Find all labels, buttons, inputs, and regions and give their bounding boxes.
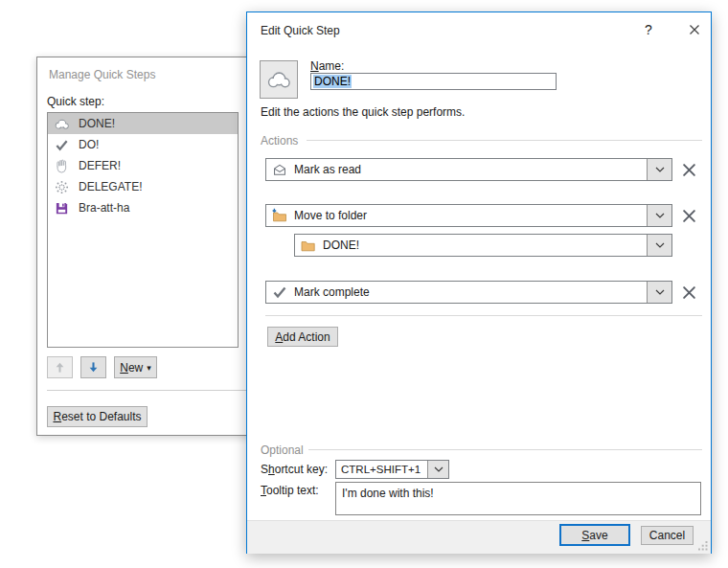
optional-section-label: Optional — [261, 443, 304, 457]
actions-section-label: Actions — [261, 134, 298, 148]
move-up-button[interactable] — [47, 356, 73, 378]
tooltip-text-value: I'm done with this! — [342, 487, 434, 500]
down-arrow-icon — [87, 361, 100, 374]
cloud-icon — [54, 116, 70, 132]
shortcut-key-value[interactable]: CTRL+SHIFT+1 — [336, 461, 427, 478]
action-label: Mark as read — [294, 163, 361, 176]
close-icon — [689, 24, 700, 35]
list-item-defer[interactable]: DEFER! — [48, 155, 238, 176]
list-item-label: Bra-att-ha — [79, 201, 129, 215]
action-label: Mark complete — [294, 285, 370, 299]
move-to-folder-icon — [271, 208, 287, 224]
delete-x-icon — [682, 209, 696, 223]
chevron-down-icon[interactable] — [647, 205, 671, 226]
quick-step-label: Quick step: — [47, 95, 104, 108]
divider — [265, 315, 702, 316]
chevron-down-icon[interactable] — [647, 235, 671, 256]
quick-steps-listbox[interactable]: DONE! DO! — [47, 112, 239, 348]
delete-x-icon — [682, 285, 696, 300]
move-down-button[interactable] — [80, 356, 106, 378]
section-line — [307, 140, 702, 141]
folder-select[interactable]: DONE! — [294, 234, 672, 257]
divider — [47, 390, 250, 391]
action-select[interactable]: Mark as read — [265, 158, 672, 181]
folder-label: DONE! — [323, 239, 359, 252]
cancel-button[interactable]: Cancel — [641, 526, 694, 545]
check-icon — [271, 284, 287, 301]
screen: Manage Quick Steps Quick step: DONE! — [0, 0, 728, 568]
chevron-down-icon[interactable] — [647, 282, 671, 303]
dialog-title: Manage Quick Steps — [49, 68, 155, 81]
quick-step-icon-button — [260, 60, 298, 99]
hand-icon — [54, 158, 70, 174]
action-label: Move to folder — [294, 209, 367, 222]
name-input[interactable]: DONE! — [310, 73, 557, 90]
action-row: Move to folder — [265, 204, 702, 227]
name-label: Name: — [310, 59, 344, 73]
list-item-label: DO! — [79, 138, 99, 151]
burst-icon — [54, 179, 70, 195]
up-arrow-icon — [54, 361, 66, 374]
reset-to-defaults-button[interactable]: Reset to Defaults — [47, 406, 148, 427]
dialog-title: Edit Quick Step — [261, 24, 340, 37]
action-select[interactable]: Mark complete — [265, 281, 672, 304]
shortcut-key-label: Shortcut key: — [261, 463, 328, 476]
list-item-label: DONE! — [79, 117, 115, 130]
resize-grip-icon — [698, 541, 708, 551]
folder-icon — [300, 238, 316, 254]
close-button[interactable] — [684, 20, 705, 39]
tooltip-text-input[interactable]: I'm done with this! — [335, 482, 701, 515]
list-item-do[interactable]: DO! — [48, 134, 238, 155]
add-action-button[interactable]: Add Action — [267, 327, 338, 347]
folder-select-value[interactable]: DONE! — [295, 235, 647, 256]
action-select-value[interactable]: Mark as read — [266, 159, 647, 180]
tooltip-text-label: Tooltip text: — [261, 484, 319, 497]
delete-action-button[interactable] — [679, 283, 698, 302]
resize-grip[interactable] — [698, 540, 708, 550]
action-select-value[interactable]: Move to folder — [266, 205, 647, 226]
mail-open-icon — [271, 162, 287, 178]
floppy-icon — [54, 200, 70, 216]
section-line — [308, 449, 702, 450]
list-item-label: DEFER! — [79, 159, 121, 172]
new-quick-step-button[interactable]: New ▾ — [114, 356, 157, 378]
action-row: Mark as read — [265, 158, 702, 181]
list-item-done[interactable]: DONE! — [48, 113, 238, 134]
edit-quick-step-dialog: Edit Quick Step ? Name: DONE! Edit the a… — [246, 11, 712, 554]
chevron-down-icon[interactable] — [427, 461, 448, 478]
list-item-label: DELEGATE! — [79, 180, 142, 193]
dropdown-caret-icon: ▾ — [147, 363, 151, 373]
delete-action-button[interactable] — [679, 206, 698, 225]
manage-quick-steps-dialog: Manage Quick Steps Quick step: DONE! — [36, 57, 255, 436]
action-select[interactable]: Move to folder — [265, 204, 672, 227]
description-text: Edit the actions the quick step performs… — [261, 105, 465, 119]
shortcut-key-select[interactable]: CTRL+SHIFT+1 — [335, 460, 449, 479]
folder-select-row: DONE! — [294, 234, 672, 257]
help-button[interactable]: ? — [639, 20, 658, 39]
list-item-bra-att-ha[interactable]: Bra-att-ha — [48, 197, 238, 218]
save-button[interactable]: Save — [559, 524, 630, 546]
cloud-icon — [265, 70, 292, 89]
selected-text: DONE! — [313, 75, 352, 88]
action-select-value[interactable]: Mark complete — [266, 282, 647, 303]
delete-action-button[interactable] — [679, 160, 698, 179]
check-icon — [54, 137, 70, 153]
action-row: Mark complete — [265, 281, 702, 304]
delete-x-icon — [682, 163, 696, 177]
chevron-down-icon[interactable] — [647, 159, 671, 180]
list-item-delegate[interactable]: DELEGATE! — [48, 176, 238, 197]
